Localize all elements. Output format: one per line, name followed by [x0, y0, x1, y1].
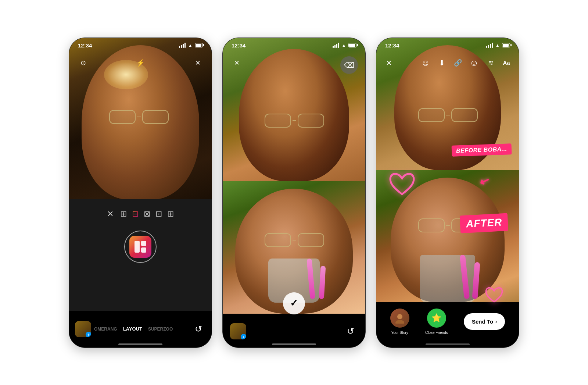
check-icon: ✓ — [290, 297, 298, 309]
audio-btn[interactable]: ≋ — [484, 56, 497, 69]
camera-bottom-bar: + OMERANG LAYOUT SUPERZOO ↺ — [69, 311, 212, 347]
svg-point-3 — [397, 314, 402, 319]
status-bar-2: 12:34 ▲ — [223, 38, 365, 50]
face-effect-btn[interactable]: ☺ — [467, 56, 481, 69]
link-btn[interactable]: 🔗 — [451, 56, 465, 69]
svg-rect-1 — [141, 241, 146, 246]
phone-1-camera: 12:34 ▲ ⊙ — [69, 38, 212, 348]
after-sticker[interactable]: AFTER — [460, 213, 509, 233]
svg-point-4 — [395, 320, 404, 324]
status-bar-3: 12:34 ▲ — [376, 38, 519, 50]
grid-5-icon[interactable]: ⊞ — [167, 209, 174, 219]
flip-camera-btn[interactable]: ↺ — [191, 322, 206, 336]
grid-4-icon[interactable]: ⊡ — [155, 209, 162, 219]
wifi-icon-1: ▲ — [188, 43, 193, 48]
home-indicator-1 — [118, 343, 162, 345]
glasses-bottom — [261, 233, 327, 247]
layout-logo-circle — [124, 231, 157, 263]
close-icon-p3[interactable]: ✕ — [382, 56, 395, 69]
sticker-btn[interactable]: ☺ — [419, 56, 432, 69]
status-time-1: 12:34 — [78, 42, 92, 49]
layout-grid-options: ⊞ ⊟ ⊠ ⊡ ⊞ — [120, 209, 174, 219]
home-indicator-3 — [426, 343, 470, 345]
battery-icon-2 — [348, 43, 356, 47]
delete-icon: ⌫ — [344, 61, 354, 69]
text-btn[interactable]: Aa — [500, 56, 513, 69]
signal-icon-3 — [486, 43, 493, 48]
heart-sticker-bottom[interactable] — [484, 285, 504, 311]
status-time-2: 12:34 — [232, 42, 245, 49]
your-story-avatar — [390, 309, 409, 328]
wifi-icon-2: ▲ — [341, 43, 346, 48]
send-to-label: Send To — [472, 318, 493, 325]
glasses-story-top — [415, 108, 481, 122]
camera-mode-tabs: OMERANG LAYOUT SUPERZOO — [94, 326, 188, 332]
gallery-thumbnail-p2[interactable]: + — [230, 323, 246, 339]
send-to-chevron: › — [495, 319, 497, 324]
phone-2-review: 12:34 ▲ — [222, 38, 366, 348]
home-indicator-2 — [272, 343, 316, 345]
heart-sticker-top[interactable] — [387, 170, 417, 207]
svg-rect-2 — [141, 247, 146, 253]
layout-close-btn[interactable]: ✕ — [107, 209, 114, 219]
story-top-bar: ✕ ☺ ⬇ 🔗 ☺ ≋ Aa — [376, 56, 519, 69]
mode-boomerang[interactable]: OMERANG — [94, 327, 117, 332]
camera-top-controls: ⊙ ⚡ ✕ — [69, 56, 212, 69]
mode-layout[interactable]: LAYOUT — [123, 326, 142, 332]
signal-icon-2 — [333, 43, 339, 48]
glasses-overlay — [106, 110, 172, 124]
grid-3-icon[interactable]: ⊠ — [144, 209, 150, 219]
review-camera-bar: + ↺ — [223, 315, 365, 347]
review-top-controls: ✕ ⌫ — [223, 56, 365, 74]
signal-icon-1 — [179, 43, 186, 48]
status-bar-1: 12:34 ▲ — [69, 38, 212, 50]
status-icons-2: ▲ — [333, 43, 356, 48]
gallery-thumbnail[interactable]: + — [75, 321, 91, 337]
status-icons-3: ▲ — [486, 43, 510, 48]
grid-active-icon[interactable]: ⊟ — [132, 209, 139, 219]
battery-icon-1 — [195, 43, 203, 47]
before-boba-sticker[interactable]: BEFORE BOBA... — [452, 143, 512, 157]
flip-camera-btn-p2[interactable]: ↺ — [343, 324, 358, 339]
story-tool-icons: ☺ ⬇ 🔗 ☺ ≋ Aa — [419, 56, 513, 69]
delete-btn[interactable]: ⌫ — [340, 56, 358, 74]
layout-logo — [129, 236, 151, 258]
flash-icon[interactable]: ⚡ — [134, 56, 147, 69]
battery-icon-3 — [502, 43, 510, 47]
your-story-option[interactable]: Your Story — [390, 309, 409, 335]
close-icon-p1[interactable]: ✕ — [191, 56, 204, 69]
status-time-3: 12:34 — [385, 42, 399, 49]
review-bottom-controls: ✓ — [223, 292, 365, 314]
add-media-btn[interactable]: + — [86, 332, 91, 337]
phone-3-story: 12:34 ▲ — [376, 38, 519, 348]
confirm-btn[interactable]: ✓ — [283, 292, 305, 314]
svg-rect-0 — [135, 241, 140, 253]
close-friends-option[interactable]: ⭐ Close Friends — [425, 309, 448, 335]
status-icons-1: ▲ — [179, 43, 203, 48]
wifi-icon-3: ▲ — [495, 43, 500, 48]
layout-selector-row: ✕ ⊞ ⊟ ⊠ ⊡ ⊞ — [107, 209, 174, 219]
close-friends-icon: ⭐ — [427, 309, 446, 328]
close-icon-p2[interactable]: ✕ — [230, 56, 243, 69]
your-story-label: Your Story — [391, 331, 408, 335]
settings-icon[interactable]: ⊙ — [76, 56, 90, 69]
download-btn[interactable]: ⬇ — [435, 56, 448, 69]
mode-superzoom[interactable]: SUPERZOO — [148, 327, 173, 332]
glasses-top — [261, 113, 327, 128]
add-media-btn-p2[interactable]: + — [241, 334, 246, 339]
close-friends-label: Close Friends — [425, 331, 448, 335]
send-to-button[interactable]: Send To › — [464, 313, 505, 330]
grid-2-icon[interactable]: ⊞ — [120, 209, 127, 219]
